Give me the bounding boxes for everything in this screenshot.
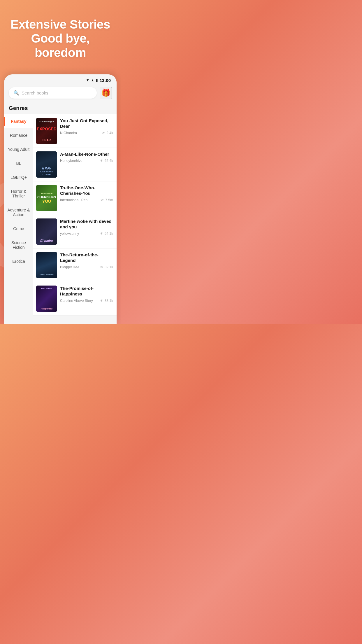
gift-button[interactable]: 🎁 xyxy=(100,87,112,99)
book-title-6: The-Promise-of-Happiness xyxy=(60,286,113,297)
book-author-1: N Chandra xyxy=(60,131,77,135)
battery-icon: ▮ xyxy=(96,78,98,82)
book-meta-4: yellowsunny 👁 54.1k xyxy=(60,232,113,236)
sidebar-item-lgbtq[interactable]: LGBTQ+ xyxy=(4,170,33,184)
search-bar-row: 🔍 Search books 🎁 xyxy=(4,85,117,103)
sidebar-item-fantasy[interactable]: Fantasy xyxy=(4,114,33,128)
hero-title: Extensive Stories Good bye, boredom xyxy=(9,18,112,60)
book-author-6: Caroline Above Story xyxy=(60,299,93,303)
book-info-6: The-Promise-of-Happiness Caroline Above … xyxy=(60,286,113,303)
book-views-1: 👁 2.4k xyxy=(102,131,113,135)
sidebar-item-crime[interactable]: Crime xyxy=(4,222,33,236)
book-cover-6: Promise Happiness xyxy=(36,286,57,312)
eye-icon-1: 👁 xyxy=(102,131,105,135)
eye-icon-5: 👁 xyxy=(100,265,103,269)
sidebar-item-young-adult[interactable]: Young Adult xyxy=(4,142,33,156)
book-title-4: Martine woke with deved and you xyxy=(60,218,113,230)
search-bar[interactable]: 🔍 Search books xyxy=(9,87,97,99)
sidebar-item-bl[interactable]: BL xyxy=(4,156,33,170)
hero-line2: Good bye, boredom xyxy=(31,32,90,59)
eye-icon-3: 👁 xyxy=(101,198,104,202)
book-item[interactable]: El padre Martine woke with deved and you… xyxy=(33,215,117,249)
signal-icon: ▲ xyxy=(91,78,94,82)
views-count-1: 2.4k xyxy=(106,131,113,135)
phone-container: ▼ ▲ ▮ 13:00 🔍 Search books 🎁 Genres Fant… xyxy=(4,74,117,324)
status-bar: ▼ ▲ ▮ 13:00 xyxy=(4,74,117,85)
sidebar-item-horror[interactable]: Horror & Thriller xyxy=(4,184,33,203)
book-cover-2: A MAN LIKE NONE OTHER xyxy=(36,151,57,178)
book-meta-3: International_Pen 👁 7.5m xyxy=(60,198,113,202)
book-cover-5: THE LEGEND xyxy=(36,252,57,278)
book-cover-1: someone got EXPOSED DEAR xyxy=(36,118,57,144)
book-author-3: International_Pen xyxy=(60,198,87,202)
views-count-4: 54.1k xyxy=(105,232,113,236)
book-item[interactable]: someone got EXPOSED DEAR You-Just-Got-Ex… xyxy=(33,114,117,148)
book-info-3: To-the-One-Who-Cherishes-You Internation… xyxy=(60,185,113,202)
search-placeholder-text: Search books xyxy=(22,90,48,95)
book-views-6: 👁 88.1k xyxy=(100,299,113,303)
hero-section: Extensive Stories Good bye, boredom xyxy=(0,0,121,69)
book-info-2: A-Man-Like-None-Other Honeybeehive 👁 62.… xyxy=(60,151,113,163)
book-info-1: You-Just-Got-Exposed,-Dear N Chandra 👁 2… xyxy=(60,118,113,135)
views-count-6: 88.1k xyxy=(105,299,113,303)
book-item[interactable]: To the one Cherishes YOU To-the-One-Who-… xyxy=(33,181,117,215)
status-icons: ▼ ▲ ▮ xyxy=(86,78,98,82)
book-title-5: The-Return-of-the-Legend xyxy=(60,252,113,263)
book-meta-1: N Chandra 👁 2.4k xyxy=(60,131,113,135)
eye-icon-2: 👁 xyxy=(100,159,103,163)
sidebar-item-scifi[interactable]: Science Fiction xyxy=(4,236,33,254)
sidebar-item-erotica[interactable]: Erotica xyxy=(4,254,33,268)
book-title-1: You-Just-Got-Exposed,-Dear xyxy=(60,118,113,129)
book-author-4: yellowsunny xyxy=(60,232,79,236)
books-list: someone got EXPOSED DEAR You-Just-Got-Ex… xyxy=(33,114,117,316)
book-author-2: Honeybeehive xyxy=(60,159,82,163)
book-views-5: 👁 32.1k xyxy=(100,265,113,269)
book-title-2: A-Man-Like-None-Other xyxy=(60,151,113,157)
book-views-2: 👁 62.4k xyxy=(100,159,113,163)
views-count-5: 32.1k xyxy=(105,265,113,269)
book-item[interactable]: THE LEGEND The-Return-of-the-Legend Blog… xyxy=(33,249,117,282)
book-item[interactable]: Promise Happiness The-Promise-of-Happine… xyxy=(33,282,117,316)
book-cover-3: To the one Cherishes YOU xyxy=(36,185,57,211)
book-item[interactable]: A MAN LIKE NONE OTHER A-Man-Like-None-Ot… xyxy=(33,148,117,181)
book-views-3: 👁 7.5m xyxy=(101,198,113,202)
book-meta-2: Honeybeehive 👁 62.4k xyxy=(60,159,113,163)
book-meta-5: BloggerTMA 👁 32.1k xyxy=(60,265,113,269)
views-count-2: 62.4k xyxy=(105,159,113,163)
book-info-4: Martine woke with deved and you yellowsu… xyxy=(60,218,113,236)
book-cover-4: El padre xyxy=(36,218,57,245)
book-title-3: To-the-One-Who-Cherishes-You xyxy=(60,185,113,196)
eye-icon-6: 👁 xyxy=(100,299,103,303)
eye-icon-4: 👁 xyxy=(100,232,103,236)
views-count-3: 7.5m xyxy=(105,198,113,202)
gift-icon: 🎁 xyxy=(101,88,110,97)
book-meta-6: Caroline Above Story 👁 88.1k xyxy=(60,299,113,303)
book-info-5: The-Return-of-the-Legend BloggerTMA 👁 32… xyxy=(60,252,113,269)
hero-line1: Extensive Stories xyxy=(10,18,110,31)
book-author-5: BloggerTMA xyxy=(60,265,80,269)
status-time: 13:00 xyxy=(100,78,111,83)
sidebar-item-adventure[interactable]: Adventure & Action xyxy=(4,203,33,222)
search-icon: 🔍 xyxy=(13,90,19,96)
sidebar-item-romance[interactable]: Romance xyxy=(4,128,33,142)
book-views-4: 👁 54.1k xyxy=(100,232,113,236)
content-area: Fantasy Romance Young Adult BL LGBTQ+ Ho… xyxy=(4,114,117,316)
wifi-icon: ▼ xyxy=(86,78,89,82)
genre-sidebar: Fantasy Romance Young Adult BL LGBTQ+ Ho… xyxy=(4,114,33,316)
genres-label: Genres xyxy=(4,103,117,114)
